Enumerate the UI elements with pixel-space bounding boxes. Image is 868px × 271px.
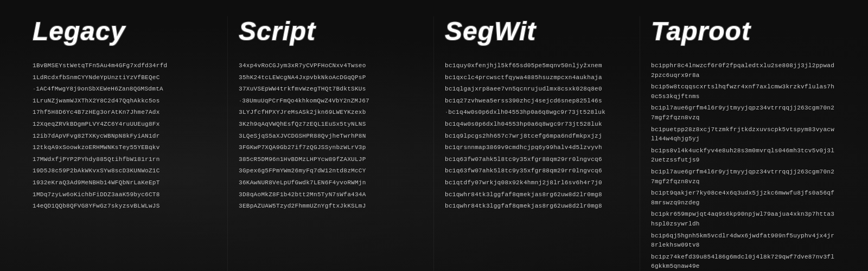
address-item: 36KAwNUR8VeLpUfGwdk7LEN6F4yvoRWMjn xyxy=(239,178,423,188)
address-item: bc1pl7aue6grfm4l6r9yjtmyyjqpz34vtrrqqjj2… xyxy=(651,104,835,122)
address-item: 14eQD1QQb8QFVG8YFwGz7skyzsvBLWLwJS xyxy=(33,202,216,211)
dot-marker: · xyxy=(239,98,242,104)
address-item: bc1q63fw07ahk5l8tc9y35xfgr88qm29rr0lngvc… xyxy=(445,155,629,165)
segwit-address-list: bc1quy0xfenjhjl5kf65sd05pe5mqnv50nljyžxn… xyxy=(445,61,629,211)
address-item: bc1pphr8c4lnwzcf6r0f2fpqaledtxlu2se808jj… xyxy=(651,61,835,80)
address-item: 1LruNZjwamWJXThX2Y8C2d47QqhAkkc5os xyxy=(33,96,216,106)
address-item: bc1puetpp28z8xcj7tzmkfrjtkdzxuvscpk5vtsp… xyxy=(651,125,835,144)
address-item: bc1q27zvhwea5erss390zhcj4sejcd6snep825l4… xyxy=(445,96,629,106)
address-item: 17hf5H8D6Yc4B7zHEg3orAtKn7Jhme7Adx xyxy=(33,108,216,118)
address-item: bc1q4w0s0p6dxlh04553hp0a6q8wgc9r73jt528l… xyxy=(445,120,629,130)
column-legacy: Legacy1BvBMSEYstWetqTFn5Au4m4GFg7xdfd34r… xyxy=(22,16,228,271)
address-item: bc1qwhr84tk3lggfaf8qmekjas8rg62uw8d2lr0m… xyxy=(445,202,629,211)
segwit-title: SegWit xyxy=(445,16,629,46)
address-item: bc1qrsnnmap3869v9cmdhcjpq6y99halv4d5lzvy… xyxy=(445,143,629,153)
dot-marker: · xyxy=(33,86,36,92)
address-item: 3EBpAZUAW5Tzyd2FhmmUZnYgftxJkKSLmJ xyxy=(239,202,423,211)
address-item: 3FGKwP7XQA9Gb27if7zQGJSSynbzWLrV3p xyxy=(239,143,423,153)
address-item: 1BvBMSEYstWetqTFn5Au4m4GFg7xdfd34rfd xyxy=(33,61,216,71)
address-item: bc1pkr659mpwjqt4aq9s6kp90npjwl79aajua4xk… xyxy=(651,210,835,229)
legacy-title: Legacy xyxy=(33,16,216,46)
address-item: ·bc1q4w0s0p6dxlh04553hp0a6q8wgc9r73jt528… xyxy=(445,108,629,118)
column-taproot: Taprootbc1pphr8c4lnwzcf6r0f2fpqaledtxlu2… xyxy=(640,16,846,271)
address-item: 1932eKraQ3Ad9MeNBHb14WFQbNrLaKeEpT xyxy=(33,178,216,188)
address-item: bc1p6qj5hgnh5km5vcdlr4dwx6jwdfat909nf5uy… xyxy=(651,231,835,250)
taproot-title: Taproot xyxy=(651,16,835,46)
address-item: 12ib7dApVFvg82TXKycWBNpN8kFyiAN1dr xyxy=(33,132,216,141)
address-item: bc1ps8vl4k4uckfyv4e8uh28s3m0mvrqls046mh3… xyxy=(651,146,835,165)
address-item: bc1qwhr84tk3lggfaf8qmekjas8rg62uw8d2lr0m… xyxy=(445,190,629,200)
address-item: 3LYJfcfHPXYJreMsASk2jkn69LWEYKzexb xyxy=(239,108,423,118)
address-item: 3D8qAoMkZ8F1b42btt2Mn5TyN7sWfa434A xyxy=(239,190,423,200)
address-item: bc1qxclc4prcwsctfqywa4885hsuzmpcxn4aukha… xyxy=(445,73,629,83)
address-item: 3LQeSjqS5aXJVCDGSHPR88QvjheTwrhP8N xyxy=(239,132,423,141)
address-item: bc1q63fw07ahk5l8tc9y35xfgr88qm29rr0lngvc… xyxy=(445,166,629,176)
address-item: 3Kzh9qAqVWQhEsfQz7zEQL1EuSx5tyNLNS xyxy=(239,120,423,130)
address-item: bc1q9lpcgs2hh657c7wrj8tcefg6mpa6ndfmkpxj… xyxy=(445,132,629,141)
script-title: Script xyxy=(239,16,423,46)
address-item: bc1pl7aue6grfm4l6r9yjtmyyjqpz34vtrrqqjj2… xyxy=(651,167,835,186)
address-item: 12XqeqZRVkBDgmPLVY4ZC6Y4ruUUEug8Fx xyxy=(33,120,216,130)
address-item: bc1p5w8tcqqscxrtslhqfwzr4xnf7axlcmw3krzk… xyxy=(651,82,835,101)
dot-marker: · xyxy=(445,109,448,115)
script-address-list: 34xp4vRoCGJym3xR7yCVPFHoCNxv4Twseo35hK24… xyxy=(239,61,423,211)
address-item: 37XuVSEpWW4trkfmvWzegTHQt7BdktSKUs xyxy=(239,85,423,94)
address-item: bc1pz74kefd39u854l86g6mdcl0j4l8k729qwf7d… xyxy=(651,253,835,271)
page-container: Legacy1BvBMSEYstWetqTFn5Au4m4GFg7xdfd34r… xyxy=(0,0,868,271)
address-item: 12tkqA9xSoowkzoERHMWNKsTey55YEBqkv xyxy=(33,143,216,153)
address-item: 19D5J8c59P2bAkWKvxSYw8scD3KUNWoZ1C xyxy=(33,166,216,176)
address-item: 17MWdxfjPYP2PYhdy885QtihfbW181r1rn xyxy=(33,155,216,165)
legacy-address-list: 1BvBMSEYstWetqTFn5Au4m4GFg7xdfd34rfd1LdR… xyxy=(33,61,216,211)
address-item: bc1pt9qakjer7ky08ce4x6q3udx5jjzkc6mwwfu8… xyxy=(651,189,835,208)
address-item: 34xp4vRoCGJym3xR7yCVPFHoCNxv4Twseo xyxy=(239,61,423,71)
column-script: Script34xp4vRoCGJym3xR7yCVPFHoCNxv4Twseo… xyxy=(228,16,434,271)
address-item: bc1qtdfy07wrkjq08x92k4hmnj2j8lrl6sv6h4r7… xyxy=(445,178,629,188)
taproot-address-list: bc1pphr8c4lnwzcf6r0f2fpqaledtxlu2se808jj… xyxy=(651,61,835,271)
address-item: 35hK24tcLEWcgNA4JxpvbkNkoAcDGqQPsP xyxy=(239,73,423,83)
address-item: bc1qlgajxrp8aee7vn5qcnrujudlmx8csxk028q8… xyxy=(445,85,629,94)
address-item: 3Gpex6g5FPmYWm26myFq7dW12ntd8zMcCY xyxy=(239,166,423,176)
address-item: ·1AC4fMwgY8j9onSbXEWeH6Zan8QGMSdmtA xyxy=(33,85,216,94)
column-segwit: SegWitbc1quy0xfenjhjl5kf65sd05pe5mqnv50n… xyxy=(434,16,640,271)
address-item: bc1quy0xfenjhjl5kf65sd05pe5mqnv50nljyžxn… xyxy=(445,61,629,71)
address-item: 1LdRcdxfbSnmCYYNdeYpUnztiYzVfBEQeC xyxy=(33,73,216,83)
address-item: ·38UmuUqPCrFmQo4khkomQwZ4VbY2nZMJ67 xyxy=(239,96,423,106)
address-item: 1MDq7zyLw6oKichbFiDDZ3aaK59byc6CT8 xyxy=(33,190,216,200)
address-item: 385cR5DM96n1HvBDMzLHPYcw89fZAXULJP xyxy=(239,155,423,165)
